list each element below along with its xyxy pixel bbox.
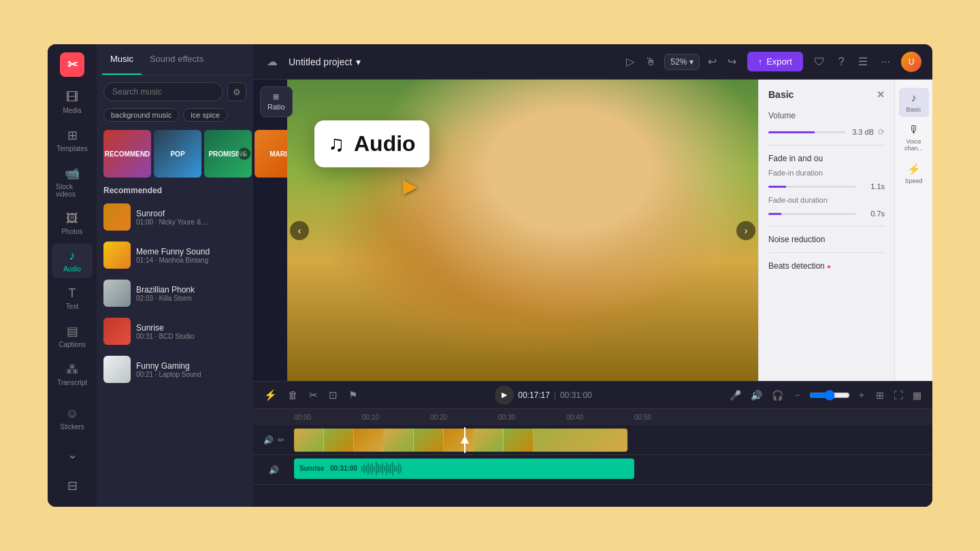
beats-detection-badge: ●: [827, 263, 831, 270]
zoom-selector[interactable]: 52% ▾: [664, 54, 699, 70]
flag-tool-button[interactable]: ⚑: [346, 386, 360, 404]
more-options-button[interactable]: ···: [879, 53, 893, 71]
sidebar-item-audio[interactable]: ♪ Audio: [52, 244, 93, 278]
redo-button[interactable]: ↪: [725, 52, 739, 71]
waveform-bar: [392, 462, 393, 475]
waveform-bar: [400, 465, 402, 473]
video-nav-right[interactable]: ›: [736, 221, 755, 240]
video-track-edit[interactable]: ✏: [278, 435, 284, 445]
fullscreen-button[interactable]: ⛶: [891, 387, 906, 403]
volume-value: 3.3 dB: [849, 128, 874, 136]
basic-close-button[interactable]: ✕: [877, 89, 885, 100]
delete-tool-button[interactable]: 🗑: [285, 386, 301, 403]
sidebar-item-text[interactable]: T Text: [52, 281, 93, 316]
audio-track-volume[interactable]: 🔊: [269, 465, 279, 475]
sidebar-item-media[interactable]: 🎞 Media: [52, 85, 93, 120]
volume-control: 3.3 dB ⟳: [759, 123, 894, 141]
undo-button[interactable]: ↩: [705, 52, 719, 71]
tab-music[interactable]: Music: [102, 44, 142, 75]
tag-background[interactable]: background music: [103, 108, 179, 122]
track-item-phonk[interactable]: Brazillian Phonk 02:03 · Killa Storm: [97, 274, 253, 312]
export-button[interactable]: ↑ Export: [747, 52, 803, 71]
menu-icon[interactable]: ☰: [855, 52, 870, 71]
track-item-sunroof[interactable]: Sunroof 01:00 · Nicky Youre & ...: [97, 198, 253, 236]
track-item-sunrise[interactable]: Sunrise 00:31 · BCD Studio: [97, 312, 253, 350]
divider-1: [768, 145, 885, 146]
crop-tool-button[interactable]: ✂: [306, 386, 321, 404]
timeline-play-button[interactable]: ▶: [495, 386, 514, 405]
video-track: 🔊 ✏: [253, 425, 932, 455]
fade-in-slider[interactable]: [768, 186, 856, 188]
music-card-recommend[interactable]: RECOMMEND: [103, 130, 151, 178]
thumbnail-button[interactable]: ▦: [910, 387, 924, 403]
zoom-out-button[interactable]: －: [790, 386, 805, 404]
sidebar-item-templates[interactable]: ⊞ Templates: [52, 122, 93, 158]
panel-icon-basic[interactable]: ♪ Basic: [899, 88, 929, 117]
ruler-mark-0: 00:00: [294, 414, 311, 421]
vstrip-thumb-1: [294, 429, 324, 452]
grid-scroll-right[interactable]: ›: [238, 148, 250, 160]
transcript-icon: ⁂: [66, 362, 78, 377]
track-item-funny[interactable]: Funny Gaming 00:21 · Laptop Sound: [97, 350, 253, 388]
search-input[interactable]: [103, 82, 223, 101]
track-info-sunrise: Sunrise 00:31 · BCD Studio: [136, 323, 246, 340]
recommended-heading: Recommended: [97, 180, 253, 198]
ruler-mark-4: 00:40: [566, 414, 583, 421]
volume-slider[interactable]: [768, 131, 845, 133]
track-item-meme[interactable]: Meme Funny Sound 01:14 · Manhoa Bintang: [97, 236, 253, 274]
app-logo: ✂: [60, 52, 84, 77]
timeline-tracks: 🔊 ✏: [253, 425, 932, 507]
music-tags: background music ice spice: [97, 105, 253, 127]
audio-overlay-text: Audio: [354, 131, 416, 156]
audio-waveform: [361, 462, 629, 475]
help-icon[interactable]: ?: [836, 53, 847, 71]
play-preview-button[interactable]: ▷: [623, 52, 637, 71]
volume-reset[interactable]: ⟳: [878, 127, 885, 137]
tab-sfx[interactable]: Sound effects: [142, 44, 212, 75]
microphone-button[interactable]: 🎤: [727, 387, 744, 403]
tag-icespice[interactable]: ice spice: [183, 108, 227, 122]
freeze-tool-button[interactable]: ⊡: [326, 386, 340, 404]
filter-button[interactable]: ⚙: [227, 82, 246, 101]
zoom-in-button[interactable]: ＋: [854, 386, 869, 404]
video-track-timeline[interactable]: [294, 427, 932, 453]
zoom-range-slider[interactable]: [809, 390, 850, 401]
sidebar-item-photos[interactable]: 🖼 Photos: [52, 206, 93, 241]
music-tabs: Music Sound effects: [97, 44, 253, 76]
fade-out-slider[interactable]: [768, 213, 856, 215]
ruler-mark-3: 00:30: [498, 414, 515, 421]
sidebar-collapse-btn[interactable]: ⌄: [52, 441, 93, 467]
video-track-volume[interactable]: 🔊: [263, 435, 274, 445]
sidebar-settings-btn[interactable]: ⊟: [52, 473, 93, 499]
fade-out-label: Fade-out duration: [759, 195, 894, 205]
video-nav-left[interactable]: ‹: [290, 221, 309, 240]
divider-3: [768, 252, 885, 253]
cloud-save-button[interactable]: ☁: [264, 52, 280, 71]
avatar[interactable]: U: [901, 52, 921, 72]
shield-icon[interactable]: 🛡: [811, 53, 828, 71]
audio-track-timeline[interactable]: Sunrise 00:31:00: [294, 457, 932, 483]
music-panel: Music Sound effects ⚙ background music i…: [97, 44, 253, 507]
captions-icon: ▤: [67, 324, 78, 339]
cursor-tool-button[interactable]: 🖱: [642, 53, 659, 71]
track-info-phonk: Brazillian Phonk 02:03 · Killa Storm: [136, 285, 246, 302]
vstrip-thumb-8: [504, 429, 534, 452]
sidebar-item-stock[interactable]: 📹 Stock videos: [52, 161, 93, 203]
timeline-right-tools: 🎤 🔊 🎧 － ＋ ⊞ ⛶ ▦: [727, 386, 924, 404]
speaker-button[interactable]: 🔊: [748, 387, 765, 403]
vstrip-thumb-4: [384, 429, 414, 452]
sidebar-item-captions[interactable]: ▤ Captions: [52, 318, 93, 354]
project-name[interactable]: Untitled project ▾: [289, 56, 361, 67]
headphone-button[interactable]: 🎧: [769, 387, 786, 403]
fit-button[interactable]: ⊞: [873, 387, 887, 403]
sidebar-item-stickers[interactable]: ☺ Stickers: [52, 401, 93, 436]
split-tool-button[interactable]: ⚡: [261, 386, 280, 404]
sidebar-item-transcript[interactable]: ⁂ Transcript: [52, 356, 93, 392]
ratio-button[interactable]: ⊞ Ratio: [260, 86, 293, 117]
panel-icon-voice[interactable]: 🎙 Voice chan...: [899, 120, 929, 156]
waveform-bar: [372, 463, 373, 474]
music-card-pop[interactable]: POP: [154, 130, 201, 178]
panel-icon-speed[interactable]: ⚡ Speed: [899, 158, 929, 188]
recommend-card-label: RECOMMEND: [103, 130, 151, 178]
waveform-bar: [378, 464, 379, 473]
